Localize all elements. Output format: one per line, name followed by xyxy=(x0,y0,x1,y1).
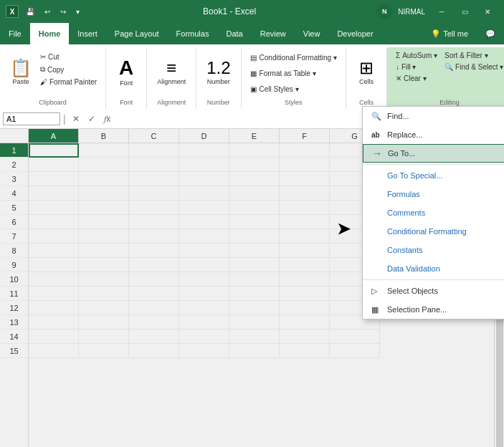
row-14[interactable]: 14 xyxy=(0,330,28,344)
row-7[interactable]: 7 xyxy=(0,229,28,244)
tab-formulas[interactable]: Formulas xyxy=(168,23,218,44)
title-bar-left: X 💾 ↩ ↪ ▾ xyxy=(6,5,82,18)
cell-a2[interactable] xyxy=(29,158,79,172)
tab-review[interactable]: Review xyxy=(252,23,295,44)
menu-separator-2 xyxy=(363,279,504,280)
comments-btn[interactable]: 💬 xyxy=(477,23,504,44)
row-12[interactable]: 12 xyxy=(0,301,28,315)
find-select-button[interactable]: 🔍 Find & Select ▾ xyxy=(442,62,504,72)
cell-e1[interactable] xyxy=(229,143,280,158)
cancel-formula-button[interactable]: ✕ xyxy=(69,112,83,126)
user-avatar[interactable]: N xyxy=(376,4,392,19)
menu-item-conditional-formatting[interactable]: Conditional Formatting xyxy=(363,222,504,241)
cell-c1[interactable] xyxy=(129,143,179,158)
constants-label: Constants xyxy=(387,246,423,254)
number-button[interactable]: 1.2 Number xyxy=(202,49,234,96)
row-8[interactable]: 8 xyxy=(0,244,28,258)
menu-item-find[interactable]: 🔍 Find... xyxy=(363,107,504,125)
tab-page-layout[interactable]: Page Layout xyxy=(106,23,168,44)
format-table-button[interactable]: ▦ Format as Table ▾ xyxy=(247,66,340,80)
row-2[interactable]: 2 xyxy=(0,158,28,172)
number-icon: 1.2 xyxy=(206,59,230,77)
table-row xyxy=(29,330,494,344)
autosum-button[interactable]: Σ AutoSum ▾ xyxy=(393,50,440,61)
tell-me[interactable]: 💡 Tell me xyxy=(422,23,477,44)
fill-button[interactable]: ↓ Fill ▾ xyxy=(393,62,440,72)
cell-b1[interactable] xyxy=(79,143,129,158)
find-select-icon: 🔍 xyxy=(444,63,453,71)
quick-save[interactable]: 💾 xyxy=(23,6,37,17)
row-6[interactable]: 6 xyxy=(0,215,28,229)
number-label: Number xyxy=(207,78,230,86)
sort-filter-button[interactable]: Sort & Filter ▾ xyxy=(442,50,504,61)
row-11[interactable]: 11 xyxy=(0,287,28,301)
col-header-c[interactable]: C xyxy=(129,129,179,143)
find-icon: 🔍 xyxy=(371,112,383,121)
conditional-formatting-button[interactable]: ▤ Conditional Formatting ▾ xyxy=(247,50,340,64)
cell-a1[interactable] xyxy=(29,143,79,158)
row-3[interactable]: 3 xyxy=(0,172,28,186)
row-9[interactable]: 9 xyxy=(0,258,28,272)
cell-reference-input[interactable] xyxy=(3,112,60,125)
row-15[interactable]: 15 xyxy=(0,344,28,358)
goto-special-label: Go To Special... xyxy=(387,171,442,180)
ribbon-tabs: File Home Insert Page Layout Formulas Da… xyxy=(0,23,504,44)
tab-data[interactable]: Data xyxy=(217,23,251,44)
format-painter-button[interactable]: 🖌Format Painter xyxy=(37,77,100,87)
col-header-d[interactable]: D xyxy=(179,129,229,143)
redo-btn[interactable]: ↪ xyxy=(57,6,69,17)
selection-pane-label: Selection Pane... xyxy=(387,305,447,314)
cell-styles-button[interactable]: ▣ Cell Styles ▾ xyxy=(247,82,340,96)
col-header-b[interactable]: B xyxy=(79,129,129,143)
col-header-e[interactable]: E xyxy=(229,129,280,143)
select-all-cell[interactable] xyxy=(0,129,29,143)
restore-button[interactable]: ▭ xyxy=(454,4,475,19)
cell-f1[interactable] xyxy=(280,143,330,158)
menu-item-goto[interactable]: → Go To... xyxy=(363,144,504,163)
alignment-button[interactable]: ≡ Alignment xyxy=(153,49,190,96)
col-header-a[interactable]: A xyxy=(29,129,79,143)
format-table-label: Format as Table ▾ xyxy=(260,69,316,77)
tab-file[interactable]: File xyxy=(0,23,30,44)
menu-item-replace[interactable]: ab Replace... xyxy=(363,125,504,144)
confirm-formula-button[interactable]: ✓ xyxy=(85,112,99,126)
menu-item-selection-pane[interactable]: ▦ Selection Pane... xyxy=(363,300,504,319)
replace-label: Replace... xyxy=(387,130,423,139)
copy-button[interactable]: ⧉Copy xyxy=(37,64,100,75)
autosum-icon: Σ xyxy=(396,52,400,59)
row-10[interactable]: 10 xyxy=(0,272,28,287)
tab-home[interactable]: Home xyxy=(30,23,70,44)
clipboard-group: 📋 Paste ✂Cut ⧉Copy 🖌Format Painter Clipb… xyxy=(0,47,106,109)
tab-developer[interactable]: Developer xyxy=(328,23,381,44)
paste-button[interactable]: 📋 Paste xyxy=(6,49,36,96)
paste-icon: 📋 xyxy=(10,59,32,77)
cut-button[interactable]: ✂Cut xyxy=(37,52,100,62)
font-button[interactable]: A Font xyxy=(112,49,141,96)
goto-arrow-icon: → xyxy=(372,148,382,159)
tab-view[interactable]: View xyxy=(295,23,329,44)
tab-insert[interactable]: Insert xyxy=(69,23,106,44)
menu-item-constants[interactable]: Constants xyxy=(363,241,504,259)
font-icon: A xyxy=(119,58,133,78)
menu-item-comments[interactable]: Comments xyxy=(363,203,504,222)
cells-button[interactable]: ⊞ Cells xyxy=(352,49,381,96)
cell-d1[interactable] xyxy=(179,143,229,158)
menu-item-data-validation[interactable]: Data Validation xyxy=(363,259,504,278)
row-13[interactable]: 13 xyxy=(0,315,28,330)
user-name[interactable]: NIRMAL xyxy=(395,6,428,17)
customize-qs[interactable]: ▾ xyxy=(73,6,82,17)
undo-btn[interactable]: ↩ xyxy=(42,6,53,17)
row-5[interactable]: 5 xyxy=(0,201,28,215)
menu-item-select-objects[interactable]: ▷ Select Objects xyxy=(363,282,504,300)
pointer-arrow: ➤ xyxy=(337,220,350,239)
close-button[interactable]: ✕ xyxy=(477,4,498,19)
row-4[interactable]: 4 xyxy=(0,186,28,201)
row-1[interactable]: 1 xyxy=(0,143,28,158)
col-header-f[interactable]: F xyxy=(280,129,330,143)
minimize-button[interactable]: ─ xyxy=(431,4,452,19)
insert-function-button[interactable]: 𝑓x xyxy=(100,112,115,126)
alignment-group-label: Alignment xyxy=(153,99,190,106)
menu-item-formulas[interactable]: Formulas xyxy=(363,185,504,203)
clear-button[interactable]: ✕ Clear ▾ xyxy=(393,73,440,84)
menu-item-goto-special[interactable]: Go To Special... xyxy=(363,166,504,185)
